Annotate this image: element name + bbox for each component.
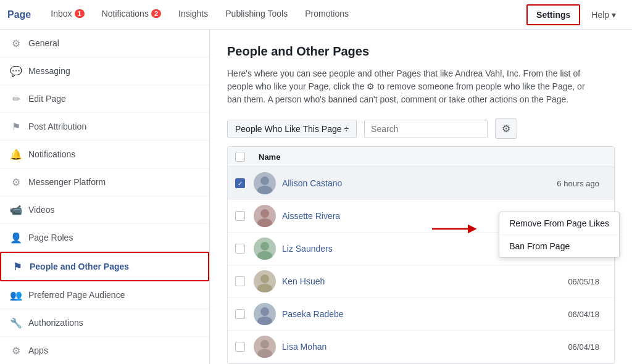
svg-point-5 (257, 251, 272, 260)
people-icon: ⚑ (11, 260, 23, 273)
gear-settings-button[interactable]: ⚙ (495, 118, 517, 139)
table-row: Ken Hsueh 06/05/18 (228, 265, 614, 298)
sidebar-item-notifications[interactable]: 🔔 Notifications (0, 141, 209, 168)
sidebar-label-edit-page: Edit Page (28, 94, 66, 104)
table-row: ✓ Allison Castano 6 hours ago (228, 167, 614, 200)
messaging-icon: 💬 (10, 65, 22, 77)
avatar-5 (254, 336, 276, 358)
table-row: Lisa Mohan 06/04/18 (228, 331, 614, 363)
sidebar-label-notifications: Notifications (28, 149, 75, 159)
search-box (364, 120, 488, 138)
row-checkbox-1[interactable] (235, 211, 245, 221)
sidebar-label-messaging: Messaging (28, 66, 70, 76)
section-description: Here's where you can see people and othe… (227, 67, 585, 106)
sidebar-item-apps[interactable]: ⚙ Apps (0, 337, 209, 364)
filter-row: People Who Like This Page ÷ ⚙ (227, 118, 615, 139)
sidebar-label-messenger: Messenger Platform (28, 177, 106, 187)
context-menu: Remove From Page Likes Ban From Page (499, 212, 620, 258)
sidebar-label-authorizations: Authorizations (28, 318, 83, 328)
person-info-4: Paseka Radebe (282, 309, 545, 319)
filter-dropdown[interactable]: People Who Like This Page ÷ (227, 120, 357, 138)
sidebar-item-messaging[interactable]: 💬 Messaging (0, 57, 209, 85)
nav-item-settings[interactable]: Settings (526, 4, 580, 25)
nav-item-notifications[interactable]: Notifications 2 (93, 0, 170, 30)
nav-publishing-label: Publishing Tools (225, 9, 288, 19)
svg-point-11 (257, 349, 272, 358)
context-menu-ban[interactable]: Ban From Page (499, 235, 619, 257)
row-check-cell (235, 276, 254, 286)
sidebar-item-messenger-platform[interactable]: ⚙ Messenger Platform (0, 168, 209, 196)
row-check-cell: ✓ (235, 178, 254, 188)
date-cell-4: 06/04/18 (545, 310, 607, 319)
sidebar-label-post-attribution: Post Attribution (28, 122, 86, 131)
header-name-col: Name (254, 152, 545, 162)
apps-icon: ⚙ (10, 344, 22, 357)
sidebar-label-apps: Apps (28, 345, 48, 355)
sidebar-item-people-and-other-pages[interactable]: ⚑ People and Other Pages (0, 252, 209, 281)
table-row: Paseka Radebe 06/04/18 (228, 298, 614, 331)
date-cell-0: 6 hours ago (545, 179, 607, 188)
person-name-2[interactable]: Liz Saunders (282, 244, 333, 254)
nav-item-publishing-tools[interactable]: Publishing Tools (217, 0, 296, 30)
row-check-cell (235, 342, 254, 352)
brand-label[interactable]: Page (7, 9, 31, 20)
nav-item-insights[interactable]: Insights (170, 0, 217, 30)
context-menu-remove-likes[interactable]: Remove From Page Likes (499, 212, 619, 235)
svg-point-6 (260, 275, 269, 283)
row-checkbox-3[interactable] (235, 276, 245, 286)
row-checkbox-2[interactable] (235, 244, 245, 254)
row-checkbox-4[interactable] (235, 309, 245, 319)
wrench-icon: 🔧 (10, 316, 22, 329)
person-info-0: Allison Castano (282, 178, 545, 188)
nav-items: Inbox 1 Notifications 2 Insights Publish… (42, 0, 526, 30)
nav-item-promotions[interactable]: Promotions (296, 0, 357, 30)
sidebar-label-videos: Videos (28, 205, 55, 215)
avatar-1 (254, 205, 276, 227)
sidebar-item-authorizations[interactable]: 🔧 Authorizations (0, 309, 209, 337)
row-checkbox-5[interactable] (235, 342, 245, 352)
nav-right: Settings Help ▾ (526, 0, 625, 30)
avatar-2 (254, 238, 276, 260)
svg-point-8 (260, 307, 269, 316)
person-name-3[interactable]: Ken Hsueh (282, 276, 325, 286)
bell-icon: 🔔 (10, 148, 22, 160)
table-header: Name (228, 147, 614, 167)
date-cell-5: 06/04/18 (545, 342, 607, 352)
nav-item-inbox[interactable]: Inbox 1 (42, 0, 93, 30)
svg-point-0 (260, 176, 269, 185)
gear-settings-icon: ⚙ (502, 123, 510, 134)
user-icon: 👤 (10, 231, 22, 244)
avatar-0 (254, 172, 276, 194)
sidebar-item-general[interactable]: ⚙ General (0, 30, 209, 57)
gear-icon: ⚙ (10, 37, 22, 49)
sidebar-item-preferred-page-audience[interactable]: 👥 Preferred Page Audience (0, 281, 209, 309)
person-name-5[interactable]: Lisa Mohan (282, 342, 326, 352)
search-input[interactable] (371, 124, 470, 134)
row-check-cell (235, 244, 254, 254)
inbox-badge: 1 (75, 9, 85, 18)
person-name-1[interactable]: Aissette Rivera (282, 211, 340, 221)
audience-icon: 👥 (10, 289, 22, 301)
row-check-cell (235, 211, 254, 221)
notifications-badge: 2 (151, 9, 161, 18)
select-all-checkbox[interactable] (235, 152, 245, 162)
settings-label: Settings (536, 10, 570, 20)
header-check-col (235, 152, 254, 162)
nav-item-help[interactable]: Help ▾ (583, 0, 625, 30)
person-name-0[interactable]: Allison Castano (282, 178, 342, 188)
row-checkbox-0[interactable]: ✓ (235, 178, 245, 188)
sidebar-label-page-roles: Page Roles (28, 233, 73, 242)
person-name-4[interactable]: Paseka Radebe (282, 309, 344, 319)
avatar-4 (254, 303, 276, 325)
nav-notifications-label: Notifications (102, 9, 149, 19)
sidebar-item-videos[interactable]: 📹 Videos (0, 196, 209, 224)
svg-point-3 (257, 218, 272, 227)
svg-point-4 (260, 242, 269, 250)
sidebar-label-people: People and Other Pages (30, 262, 129, 271)
help-label: Help ▾ (591, 10, 616, 20)
page-layout: ⚙ General 💬 Messaging ✏ Edit Page ⚑ Post… (0, 30, 632, 364)
sidebar-item-edit-page[interactable]: ✏ Edit Page (0, 85, 209, 113)
sidebar-item-page-roles[interactable]: 👤 Page Roles (0, 224, 209, 252)
sidebar-item-post-attribution[interactable]: ⚑ Post Attribution (0, 113, 209, 141)
svg-point-9 (257, 316, 272, 325)
